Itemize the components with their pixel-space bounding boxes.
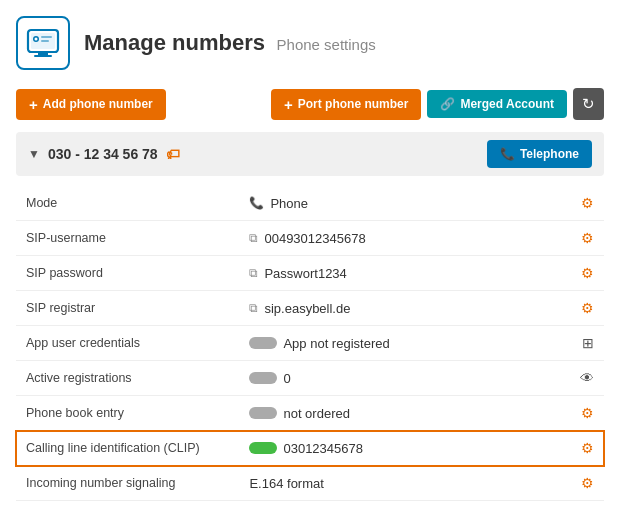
qr-icon[interactable]: ⊞	[582, 335, 594, 351]
refresh-icon: ↻	[582, 95, 595, 113]
status-pill-green	[249, 442, 277, 454]
row-label: App user credentials	[16, 326, 239, 361]
table-row: Incoming number signalingE.164 format⚙	[16, 466, 604, 501]
row-value-text: E.164 format	[249, 476, 323, 491]
row-label: Mode	[16, 186, 239, 221]
svg-rect-6	[41, 36, 52, 38]
row-value-text: App not registered	[283, 336, 389, 351]
row-value: deactivated	[239, 501, 545, 510]
row-value-text: Phone	[270, 196, 308, 211]
port-phone-button[interactable]: + Port phone number	[271, 89, 421, 120]
table-row: SIP registrar⧉sip.easybell.de⚙	[16, 291, 604, 326]
row-value-text: not ordered	[283, 406, 350, 421]
link-icon: 🔗	[440, 97, 455, 111]
tag-icon: 🏷	[166, 146, 180, 162]
plus-icon-port: +	[284, 96, 293, 113]
row-value: 0	[239, 361, 545, 396]
phone-number: 030 - 12 34 56 78	[48, 146, 158, 162]
table-row: Call forwarding / Parallel ringingdeacti…	[16, 501, 604, 510]
toolbar: + Add phone number + Port phone number 🔗…	[16, 88, 604, 120]
merged-account-button[interactable]: 🔗 Merged Account	[427, 90, 567, 118]
row-value: E.164 format	[239, 466, 545, 501]
copy-icon[interactable]: ⧉	[249, 301, 258, 315]
table-row: Phone book entrynot ordered⚙	[16, 396, 604, 431]
logo	[16, 16, 70, 70]
table-row: Active registrations0👁	[16, 361, 604, 396]
status-pill	[249, 407, 277, 419]
row-label: Phone book entry	[16, 396, 239, 431]
phone-small-icon: 📞	[249, 196, 264, 210]
row-value: not ordered	[239, 396, 545, 431]
row-value: App not registered	[239, 326, 545, 361]
telephone-button[interactable]: 📞 Telephone	[487, 140, 592, 168]
page-title: Manage numbers	[84, 30, 265, 55]
svg-rect-7	[41, 40, 49, 42]
gear-icon[interactable]: ⚙	[581, 475, 594, 491]
table-row: App user credentialsApp not registered⊞	[16, 326, 604, 361]
row-value-text: 0	[283, 371, 290, 386]
row-value: ⧉Passwort1234	[239, 256, 545, 291]
chevron-down-icon[interactable]: ▼	[28, 147, 40, 161]
add-phone-button[interactable]: + Add phone number	[16, 89, 166, 120]
svg-rect-1	[38, 52, 48, 55]
row-label: SIP registrar	[16, 291, 239, 326]
page-header: Manage numbers Phone settings	[16, 16, 604, 70]
gear-icon[interactable]: ⚙	[581, 300, 594, 316]
table-row: SIP-username⧉00493012345678⚙	[16, 221, 604, 256]
gear-icon[interactable]: ⚙	[581, 230, 594, 246]
row-label: Call forwarding / Parallel ringing	[16, 501, 239, 510]
svg-rect-2	[34, 55, 52, 57]
phone-icon: 📞	[500, 147, 515, 161]
gear-icon[interactable]: ⚙	[581, 265, 594, 281]
merged-account-label: Merged Account	[460, 97, 554, 111]
refresh-button[interactable]: ↻	[573, 88, 604, 120]
status-pill	[249, 372, 277, 384]
row-label: SIP-username	[16, 221, 239, 256]
number-bar-left: ▼ 030 - 12 34 56 78 🏷	[28, 146, 180, 162]
port-phone-label: Port phone number	[298, 97, 409, 111]
row-value-text: 03012345678	[283, 441, 363, 456]
telephone-label: Telephone	[520, 147, 579, 161]
table-row: Calling line identification (CLIP)030123…	[16, 431, 604, 466]
row-label: Incoming number signaling	[16, 466, 239, 501]
row-value-text: 00493012345678	[264, 231, 365, 246]
settings-table: Mode📞Phone⚙SIP-username⧉00493012345678⚙S…	[16, 186, 604, 509]
row-label: Active registrations	[16, 361, 239, 396]
svg-point-5	[35, 38, 38, 41]
row-value-text: sip.easybell.de	[264, 301, 350, 316]
row-label: Calling line identification (CLIP)	[16, 431, 239, 466]
row-value: 📞Phone	[239, 186, 545, 221]
row-label: SIP password	[16, 256, 239, 291]
row-value: 03012345678	[239, 431, 545, 466]
eye-icon[interactable]: 👁	[580, 370, 594, 386]
row-value: ⧉00493012345678	[239, 221, 545, 256]
add-phone-label: Add phone number	[43, 97, 153, 111]
gear-icon[interactable]: ⚙	[581, 440, 594, 456]
table-row: Mode📞Phone⚙	[16, 186, 604, 221]
row-value-text: Passwort1234	[264, 266, 346, 281]
status-pill	[249, 337, 277, 349]
toolbar-right: + Port phone number 🔗 Merged Account ↻	[271, 88, 604, 120]
table-row: SIP password⧉Passwort1234⚙	[16, 256, 604, 291]
copy-icon[interactable]: ⧉	[249, 231, 258, 245]
row-value: ⧉sip.easybell.de	[239, 291, 545, 326]
gear-icon[interactable]: ⚙	[581, 405, 594, 421]
header-text: Manage numbers Phone settings	[84, 30, 376, 56]
plus-icon: +	[29, 96, 38, 113]
copy-icon[interactable]: ⧉	[249, 266, 258, 280]
page-subtitle: Phone settings	[277, 36, 376, 53]
gear-icon[interactable]: ⚙	[581, 195, 594, 211]
page: Manage numbers Phone settings + Add phon…	[0, 0, 620, 509]
number-bar: ▼ 030 - 12 34 56 78 🏷 📞 Telephone	[16, 132, 604, 176]
